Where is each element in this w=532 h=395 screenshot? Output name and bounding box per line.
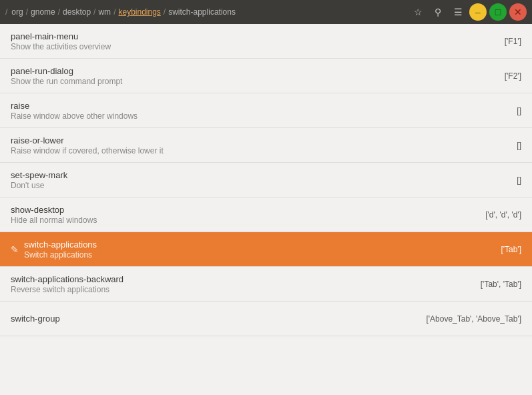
- item-keybinding-1: ['F2']: [505, 71, 521, 81]
- item-name-7: switch-applications-backward: [11, 274, 481, 284]
- item-left-4: set-spew-mark Don't use: [11, 170, 517, 190]
- item-name-4: set-spew-mark: [11, 170, 517, 180]
- item-keybinding-5: ['d', 'd', 'd']: [485, 210, 521, 220]
- star-button[interactable]: ☆: [409, 3, 427, 21]
- item-left-2: raise Raise window above other windows: [11, 101, 517, 121]
- crumb-desktop[interactable]: desktop: [63, 7, 91, 17]
- menu-button[interactable]: ☰: [449, 3, 467, 21]
- list-item[interactable]: switch-group ['Above_Tab', 'Above_Tab']: [0, 302, 532, 336]
- crumb-wm[interactable]: wm: [98, 7, 111, 17]
- item-left-7: switch-applications-backward Reverse swi…: [11, 274, 481, 294]
- item-name-1: panel-run-dialog: [11, 66, 505, 76]
- list-item[interactable]: ✎ switch-applications Switch application…: [0, 232, 532, 267]
- crumb-switch-applications[interactable]: switch-applications: [168, 7, 236, 17]
- breadcrumb: / org / gnome / desktop / wm / keybindin…: [5, 7, 405, 17]
- maximize-button[interactable]: □: [489, 3, 507, 21]
- item-keybinding-7: ['Tab', 'Tab']: [481, 280, 521, 289]
- item-left-5: show-desktop Hide all normal windows: [11, 205, 485, 225]
- item-keybinding-0: ['F1']: [505, 37, 521, 46]
- edit-icon: ✎: [11, 244, 19, 255]
- item-keybinding-3: []: [517, 141, 521, 150]
- item-name-6: switch-applications: [24, 240, 501, 250]
- item-desc-5: Hide all normal windows: [11, 216, 485, 225]
- crumb-sep-3: /: [93, 7, 95, 17]
- item-name-8: switch-group: [11, 314, 426, 324]
- item-keybinding-6: ['Tab']: [501, 245, 521, 254]
- item-keybinding-8: ['Above_Tab', 'Above_Tab']: [426, 314, 521, 324]
- item-desc-2: Raise window above other windows: [11, 111, 517, 121]
- item-desc-6: Switch applications: [24, 250, 501, 260]
- crumb-slash-icon: /: [5, 7, 7, 17]
- list-item[interactable]: raise Raise window above other windows […: [0, 93, 532, 128]
- item-desc-7: Reverse switch applications: [11, 285, 481, 294]
- item-name-2: raise: [11, 101, 517, 111]
- list-item[interactable]: switch-applications-backward Reverse swi…: [0, 267, 532, 302]
- item-keybinding-4: []: [517, 175, 521, 185]
- minimize-button[interactable]: –: [469, 3, 487, 21]
- item-left-3: raise-or-lower Raise window if covered, …: [11, 135, 517, 155]
- titlebar-actions: ☆ ⚲ ☰ – □ ✕: [409, 3, 527, 21]
- item-left-8: switch-group: [11, 314, 426, 324]
- list-item[interactable]: panel-run-dialog Show the run command pr…: [0, 59, 532, 93]
- crumb-keybindings[interactable]: keybindings: [118, 7, 160, 17]
- item-name-3: raise-or-lower: [11, 135, 517, 145]
- window-content: panel-main-menu Show the activities over…: [0, 24, 532, 395]
- item-name-0: panel-main-menu: [11, 31, 505, 41]
- crumb-sep-1: /: [26, 7, 28, 17]
- list-item[interactable]: show-desktop Hide all normal windows ['d…: [0, 198, 532, 232]
- item-desc-3: Raise window if covered, otherwise lower…: [11, 146, 517, 155]
- close-button[interactable]: ✕: [509, 3, 527, 21]
- crumb-sep-4: /: [113, 7, 115, 17]
- list-item[interactable]: set-spew-mark Don't use []: [0, 163, 532, 198]
- item-left-0: panel-main-menu Show the activities over…: [11, 31, 505, 51]
- item-left-6: switch-applications Switch applications: [24, 240, 501, 260]
- item-keybinding-2: []: [517, 106, 521, 115]
- crumb-org[interactable]: org: [11, 7, 23, 17]
- item-name-5: show-desktop: [11, 205, 485, 215]
- crumb-sep-5: /: [164, 7, 166, 17]
- list-item[interactable]: raise-or-lower Raise window if covered, …: [0, 128, 532, 163]
- crumb-sep-2: /: [58, 7, 60, 17]
- search-button[interactable]: ⚲: [429, 3, 447, 21]
- item-desc-1: Show the run command prompt: [11, 77, 505, 86]
- item-desc-0: Show the activities overview: [11, 42, 505, 51]
- list-item[interactable]: panel-main-menu Show the activities over…: [0, 24, 532, 59]
- item-desc-4: Don't use: [11, 181, 517, 190]
- crumb-gnome[interactable]: gnome: [31, 7, 55, 17]
- titlebar: / org / gnome / desktop / wm / keybindin…: [0, 0, 532, 24]
- item-left-1: panel-run-dialog Show the run command pr…: [11, 66, 505, 86]
